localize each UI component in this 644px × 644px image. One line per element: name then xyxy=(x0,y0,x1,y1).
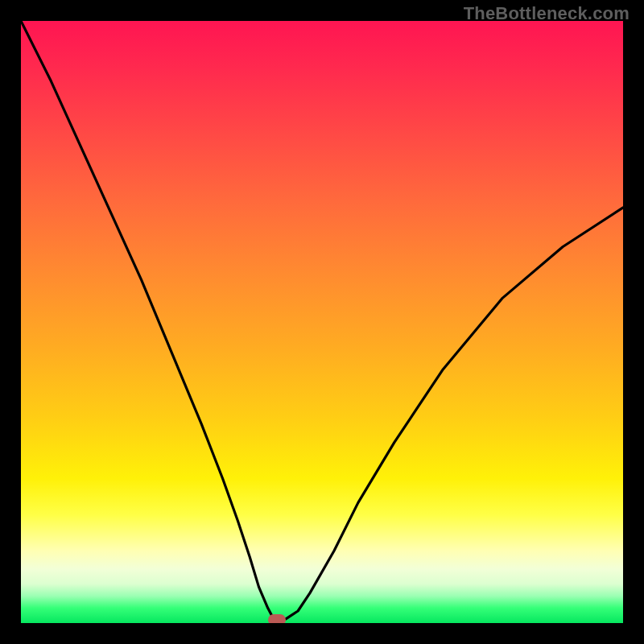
bottleneck-curve-path xyxy=(21,21,623,620)
plot-area xyxy=(21,21,623,623)
watermark-text: TheBottleneck.com xyxy=(464,3,630,24)
chart-container: TheBottleneck.com xyxy=(0,0,644,644)
optimum-marker xyxy=(268,614,286,624)
curve-svg xyxy=(21,21,623,623)
